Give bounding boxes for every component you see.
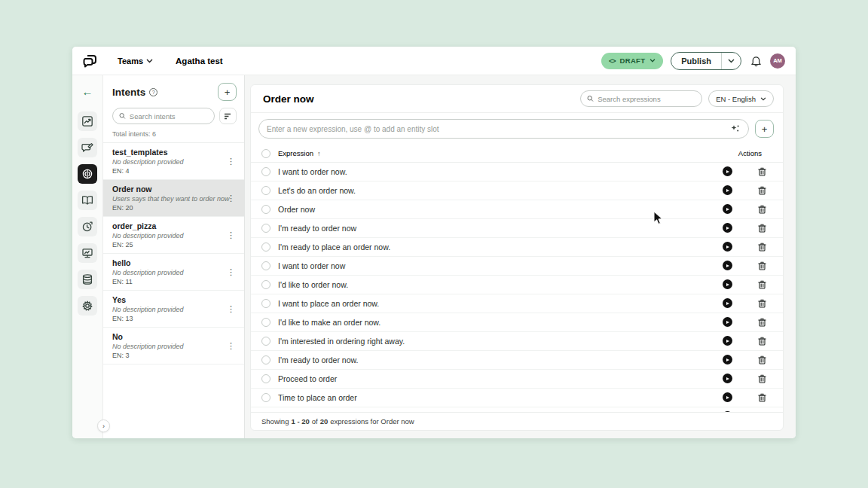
- row-checkbox[interactable]: [261, 224, 270, 233]
- intent-kebab-menu-icon[interactable]: ⋮: [224, 341, 238, 351]
- edit-expression-button[interactable]: [741, 224, 750, 233]
- draft-status-dropdown[interactable]: <> DRAFT: [601, 53, 663, 69]
- app-logo-icon[interactable]: [81, 51, 101, 71]
- row-checkbox[interactable]: [261, 337, 270, 346]
- delete-expression-button[interactable]: [758, 242, 766, 252]
- edit-expression-button[interactable]: [741, 186, 750, 195]
- nav-settings-gear[interactable]: [78, 296, 97, 316]
- delete-expression-button[interactable]: [758, 224, 766, 233]
- intent-kebab-menu-icon[interactable]: ⋮: [224, 304, 238, 314]
- edit-expression-button[interactable]: [741, 299, 750, 308]
- delete-expression-button[interactable]: [758, 337, 766, 346]
- expression-row[interactable]: I'm interested in ordering right away.: [251, 332, 783, 351]
- intent-list-item[interactable]: order_pizza No description provided EN: …: [103, 217, 244, 254]
- expression-row[interactable]: Order now: [251, 200, 783, 219]
- edit-expression-button[interactable]: [741, 242, 750, 252]
- add-intent-button[interactable]: +: [218, 83, 237, 101]
- nav-history-clock[interactable]: [78, 217, 97, 236]
- expand-sidebar-button[interactable]: ›: [97, 419, 110, 432]
- sort-ascending-icon[interactable]: ↑: [317, 150, 321, 157]
- edit-expression-button[interactable]: [741, 337, 750, 346]
- new-expression-input[interactable]: [267, 125, 730, 133]
- intent-kebab-menu-icon[interactable]: ⋮: [224, 230, 238, 240]
- test-expression-button[interactable]: [723, 336, 732, 346]
- row-checkbox[interactable]: [261, 261, 270, 270]
- ai-sparkle-icon[interactable]: [730, 124, 741, 134]
- nav-database[interactable]: [78, 270, 97, 289]
- publish-button[interactable]: Publish: [671, 53, 721, 69]
- edit-expression-button[interactable]: [741, 374, 750, 383]
- test-expression-button[interactable]: [723, 355, 732, 364]
- test-expression-button[interactable]: [723, 204, 732, 214]
- expression-row[interactable]: Time to place an order: [251, 389, 783, 407]
- row-checkbox[interactable]: [261, 242, 270, 252]
- delete-expression-button[interactable]: [758, 299, 766, 308]
- intent-kebab-menu-icon[interactable]: ⋮: [224, 267, 238, 277]
- expression-row[interactable]: I'd like to order now.: [251, 276, 783, 294]
- notifications-bell-icon[interactable]: [749, 54, 763, 68]
- expression-row[interactable]: I'm ready to order now.: [251, 351, 783, 370]
- intent-list-item[interactable]: No No description provided EN: 3 ⋮: [103, 328, 244, 364]
- search-expressions-input[interactable]: [598, 95, 695, 103]
- search-intents-input[interactable]: [130, 112, 208, 120]
- expression-row[interactable]: I'm ready to order now: [251, 219, 783, 238]
- row-checkbox[interactable]: [261, 299, 270, 308]
- language-select[interactable]: EN - English: [708, 90, 774, 107]
- nav-analytics-chart[interactable]: [78, 111, 97, 131]
- row-checkbox[interactable]: [261, 355, 270, 364]
- test-expression-button[interactable]: [723, 298, 732, 308]
- expression-row[interactable]: I'm ready to place an order now.: [251, 238, 783, 257]
- edit-expression-button[interactable]: [741, 167, 750, 176]
- nav-conversation-edit[interactable]: [78, 138, 97, 157]
- expression-row[interactable]: I want to order now: [251, 257, 783, 276]
- delete-expression-button[interactable]: [758, 205, 766, 214]
- delete-expression-button[interactable]: [758, 186, 766, 195]
- intent-kebab-menu-icon[interactable]: ⋮: [224, 157, 238, 166]
- intent-list-item[interactable]: hello No description provided EN: 11 ⋮: [103, 254, 244, 291]
- edit-expression-button[interactable]: [741, 318, 750, 327]
- delete-expression-button[interactable]: [758, 393, 766, 402]
- back-arrow-button[interactable]: ←: [82, 83, 93, 101]
- delete-expression-button[interactable]: [758, 167, 766, 176]
- row-checkbox[interactable]: [261, 205, 270, 214]
- row-checkbox[interactable]: [261, 318, 270, 327]
- nav-intents-brain[interactable]: [78, 164, 97, 184]
- edit-expression-button[interactable]: [741, 261, 750, 270]
- edit-expression-button[interactable]: [741, 355, 750, 364]
- expression-row[interactable]: I'd like to make an order now.: [251, 313, 783, 332]
- expression-row[interactable]: I want to order now.: [251, 163, 783, 181]
- user-avatar[interactable]: AM: [770, 53, 785, 69]
- delete-expression-button[interactable]: [758, 261, 766, 270]
- nav-knowledge-book[interactable]: [78, 191, 97, 210]
- row-checkbox[interactable]: [261, 374, 270, 383]
- test-expression-button[interactable]: [723, 317, 732, 327]
- add-expression-button[interactable]: +: [755, 120, 774, 138]
- intent-list-item[interactable]: Yes No description provided EN: 13 ⋮: [103, 291, 244, 328]
- expression-row[interactable]: I want to place an order now.: [251, 294, 783, 313]
- publish-options-button[interactable]: [721, 53, 741, 69]
- test-expression-button[interactable]: [723, 374, 732, 383]
- row-checkbox[interactable]: [261, 393, 270, 402]
- edit-expression-button[interactable]: [741, 205, 750, 214]
- expression-row[interactable]: Proceed to order: [251, 370, 783, 389]
- expression-row[interactable]: I'd like to place an order now: [251, 407, 783, 413]
- select-all-checkbox[interactable]: [261, 149, 270, 158]
- row-checkbox[interactable]: [261, 186, 270, 195]
- intent-list-item[interactable]: Order now Users says that they want to o…: [103, 180, 244, 217]
- nav-device-monitor[interactable]: [78, 243, 97, 263]
- test-expression-button[interactable]: [723, 166, 732, 176]
- delete-expression-button[interactable]: [758, 280, 766, 289]
- intent-list-item[interactable]: test_templates No description provided E…: [103, 143, 244, 180]
- row-checkbox[interactable]: [261, 280, 270, 289]
- test-expression-button[interactable]: [723, 223, 732, 233]
- test-expression-button[interactable]: [723, 279, 732, 289]
- row-checkbox[interactable]: [261, 167, 270, 176]
- teams-dropdown[interactable]: Teams: [118, 56, 153, 66]
- delete-expression-button[interactable]: [758, 374, 766, 383]
- edit-expression-button[interactable]: [741, 280, 750, 289]
- edit-expression-button[interactable]: [741, 393, 750, 402]
- delete-expression-button[interactable]: [758, 318, 766, 327]
- test-expression-button[interactable]: [723, 185, 732, 195]
- sort-intents-button[interactable]: [219, 108, 237, 124]
- delete-expression-button[interactable]: [758, 355, 766, 364]
